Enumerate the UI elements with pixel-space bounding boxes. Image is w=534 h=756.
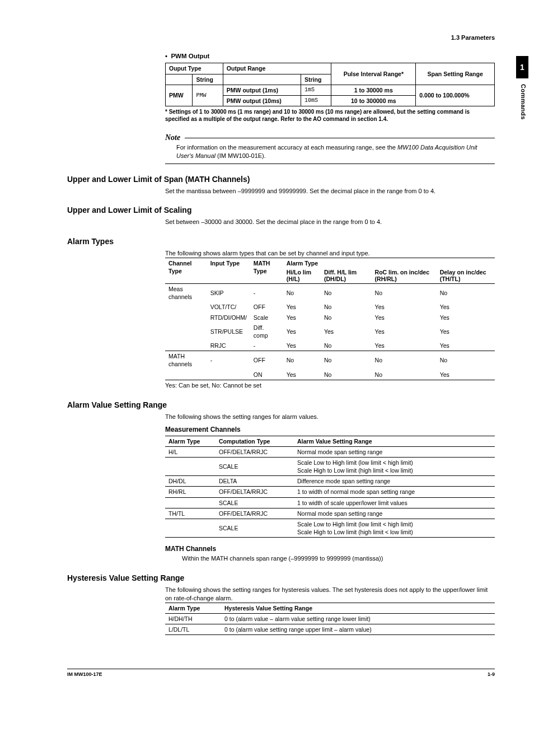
table-cell: Scale Low to High limit (low limit < hig… [294,457,495,475]
at-th-channel: Channel Type [165,258,207,283]
span-body: Set the mantissa between –9999999 and 99… [165,187,495,195]
table-cell: Scale Low to High limit (low limit < hig… [294,519,495,537]
table-cell: No [321,370,372,380]
table-cell: RRJC [207,340,250,351]
table-cell: SKIP [207,284,250,302]
at-th-delay: Delay on inc/dec (TH/TL) [437,268,495,284]
pwm-row2-pulse: 10 to 300000 ms [331,95,416,106]
chapter-number: 1 [520,62,524,73]
table-cell: OFF/DELTA/RRJC [216,487,294,497]
pwm-output-table: Ouput Type Output Range Pulse Interval R… [165,63,495,106]
note-body-post: (IM MW100-01E). [216,152,266,159]
table-cell: OFF [250,302,283,312]
hyst-intro: The following shows the setting ranges f… [165,586,495,603]
table-cell: ON [250,370,283,380]
table-cell: No [437,351,495,370]
table-cell: No [321,284,372,302]
table-cell: Normal mode span setting range [294,446,495,457]
table-cell: DELTA [216,476,294,487]
alarm-types-foot: Yes: Can be set, No: Cannot be set [165,381,495,390]
avr-title: Alarm Value Setting Range [67,400,495,410]
avr-meas-title: Measurement Channels [165,425,495,434]
pwm-row2-range-label: PMW output (10ms) [223,95,301,106]
table-cell: 1 to width of scale upper/lower limit va… [294,497,495,508]
table-cell: Yes [372,340,437,351]
table-cell: Yes [437,302,495,312]
table-cell: Yes [283,302,321,312]
at-th-input: Input Type [207,258,250,283]
table-cell: Yes [372,302,437,312]
chapter-tab: 1 [516,56,528,78]
table-cell [165,323,207,340]
at-th-diff: Diff. H/L lim (DH/DL) [321,268,372,284]
pwm-th-string-2: String [301,74,331,85]
table-cell: TH/TL [165,508,216,519]
hyst-table: Alarm Type Hysteresis Value Setting Rang… [165,603,495,636]
pwm-row-type: PMW [166,85,193,106]
table-cell: Normal mode span setting range [294,508,495,519]
at-th-roc: RoC lim. on inc/dec (RH/RL) [372,268,437,284]
pwm-th-string-1: String [193,74,223,85]
table-cell: 0 to (alarm value setting range upper li… [221,624,495,635]
pwm-span-range: 0.000 to 100.000% [416,85,495,106]
table-cell: No [321,302,372,312]
table-cell: Yes [437,340,495,351]
scaling-body: Set between –30000 and 30000. Set the de… [165,218,495,226]
hyst-th-alarm: Alarm Type [165,603,221,613]
table-cell: VOLT/TC/ [207,302,250,312]
table-cell [165,312,207,323]
section-reference: 1.3 Parameters [67,34,495,42]
table-cell: Yes [283,323,321,340]
alarm-types-table: Channel Type Input Type MATH Type Alarm … [165,258,495,380]
table-cell: Yes [437,323,495,340]
avr-meas-table: Alarm Type Computation Type Alarm Value … [165,436,495,538]
hyst-th-range: Hysteresis Value Setting Range [221,603,495,613]
note-body-pre: For information on the measurement accur… [176,144,397,151]
table-cell: Difference mode span setting range [294,476,495,487]
pwm-th-pulse-interval: Pulse Interval Range* [331,63,416,85]
table-cell: Yes [283,312,321,323]
table-cell [165,302,207,312]
footer-right: 1-9 [488,671,495,678]
table-cell: Scale [250,312,283,323]
table-cell: No [283,351,321,370]
table-cell: No [283,284,321,302]
pwm-row2-range-string: 10mS [301,95,331,106]
table-cell: Yes [437,370,495,380]
table-cell: No [372,351,437,370]
avr-th-range: Alarm Value Setting Range [294,436,495,446]
pwm-row1-range-string: 1mS [301,85,331,95]
note-title: Note [165,133,180,143]
table-cell: Diff. comp [250,323,283,340]
table-cell: SCALE [216,457,294,475]
span-title: Upper and Lower Limit of Span (MATH Chan… [67,174,495,185]
table-cell: Yes [372,323,437,340]
avr-math-title: MATH Channels [165,544,495,553]
table-cell: OFF/DELTA/RRJC [216,508,294,519]
table-cell: H/DH/TH [165,614,221,624]
pwm-th-output-type: Ouput Type [166,63,223,74]
table-cell: SCALE [216,519,294,537]
table-cell: No [321,340,372,351]
table-cell: No [321,312,372,323]
table-cell: - [250,340,283,351]
table-cell: SCALE [216,497,294,508]
chapter-side-label: Commands [519,84,527,120]
table-cell [165,370,207,380]
avr-math-body: Within the MATH channels span range (–99… [165,554,495,563]
at-th-hilo: Hi/Lo lim (H/L) [283,268,321,284]
footer-left: IM MW100-17E [67,671,102,678]
table-cell: MATH channels [165,351,207,370]
at-th-alarm: Alarm Type [283,258,495,268]
table-cell: No [321,351,372,370]
table-cell: Yes [372,312,437,323]
pwm-row1-range-label: PMW output (1ms) [223,85,301,95]
table-cell: Yes [437,312,495,323]
table-cell: STR/PULSE [207,323,250,340]
table-cell: Yes [283,370,321,380]
avr-th-alarm: Alarm Type [165,436,216,446]
table-cell: 0 to (alarm value – alarm value setting … [221,614,495,624]
table-cell: RH/RL [165,487,216,497]
pwm-th-output-range: Output Range [223,63,331,74]
table-cell [165,519,216,537]
